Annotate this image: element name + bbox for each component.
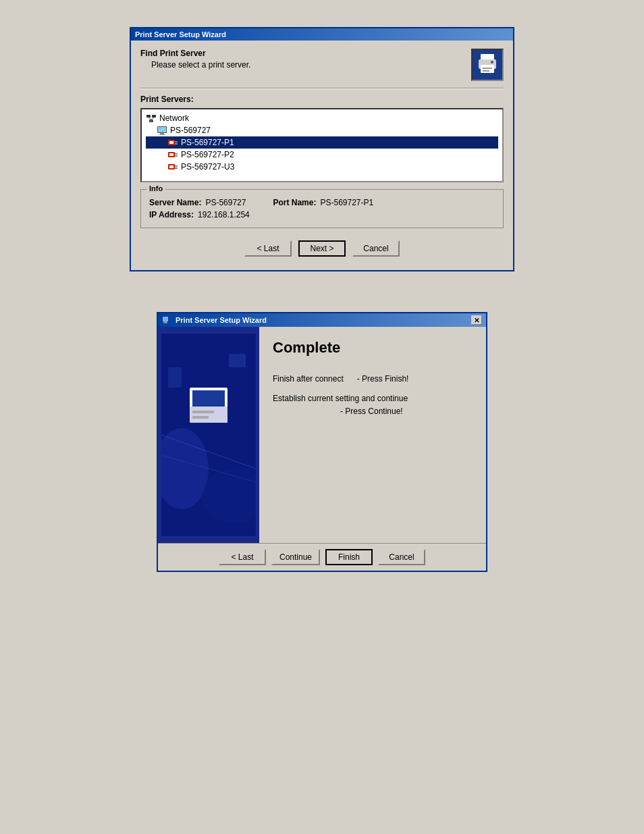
dialog2-illustration-panel (158, 327, 259, 543)
last-button[interactable]: < Last (244, 240, 292, 257)
complete-line2-text: Establish current setting and continue (273, 394, 408, 403)
svg-rect-4 (483, 70, 489, 72)
tree-port-u3-label: PS-569727-U3 (181, 162, 234, 172)
dialog2-continue-button[interactable]: Continue (271, 549, 320, 565)
info-legend: Info (146, 184, 165, 192)
print-servers-label: Print Servers: (140, 95, 504, 104)
svg-rect-12 (158, 127, 166, 132)
svg-rect-26 (175, 167, 178, 169)
cancel-button[interactable]: Cancel (352, 240, 400, 257)
dialog2-titlebar: Print Server Setup Wizard ✕ (158, 313, 486, 327)
server-name-value: PS-569727 (205, 198, 246, 207)
complete-line1: Finish after connect - Press Finish! (273, 373, 475, 386)
ip-value: 192.168.1.254 (198, 210, 250, 219)
dialog2-right-panel: Complete Finish after connect - Press Fi… (259, 327, 486, 543)
svg-rect-18 (175, 143, 178, 145)
svg-rect-8 (149, 120, 153, 122)
tree-port-p1[interactable]: PS-569727-P1 (146, 136, 498, 149)
port-name-label: Port Name: (273, 198, 316, 207)
dialog2-title-left: Print Server Setup Wizard (162, 315, 267, 325)
svg-rect-14 (159, 134, 165, 135)
svg-rect-33 (192, 390, 225, 409)
svg-rect-21 (175, 153, 178, 155)
tree-port-p1-label: PS-569727-P1 (181, 138, 234, 147)
dialog1-button-row: < Last Next > Cancel (140, 236, 504, 262)
tree-area: Network PS-569727 (140, 108, 504, 182)
header-divider (140, 88, 504, 89)
complete-line2-action: - Press Continue! (273, 407, 403, 416)
svg-rect-16 (169, 141, 173, 144)
svg-rect-36 (192, 416, 209, 419)
next-button[interactable]: Next > (298, 240, 346, 257)
server-name-label: Server Name: (149, 198, 201, 207)
complete-line1-action: - Press Finish! (357, 374, 409, 384)
tree-port-p2[interactable]: PS-569727-P2 (146, 149, 498, 161)
svg-rect-34 (190, 407, 227, 423)
computer-icon (157, 125, 167, 136)
dialog2-content: Complete Finish after connect - Press Fi… (158, 327, 486, 543)
port-p1-icon (167, 137, 178, 148)
dialog2-titlebar-icon (162, 315, 171, 325)
printer-icon (475, 53, 500, 77)
network-icon (146, 113, 157, 124)
dialog1-section-subtitle: Please select a print server. (151, 60, 250, 70)
tree-server[interactable]: PS-569727 (146, 124, 498, 136)
dialog2-last-button[interactable]: < Last (219, 549, 266, 565)
info-row2: IP Address: 192.168.1.254 (149, 210, 495, 219)
svg-line-9 (149, 118, 151, 120)
info-row1: Server Name: PS-569727 Port Name: PS-569… (149, 198, 495, 207)
svg-rect-28 (163, 317, 167, 321)
svg-rect-3 (483, 68, 492, 69)
wizard-illustration (161, 334, 256, 536)
svg-rect-24 (169, 165, 173, 168)
svg-rect-30 (163, 323, 167, 323)
tree-network-label: Network (159, 113, 189, 123)
svg-rect-22 (175, 155, 178, 157)
tree-port-u3[interactable]: PS-569727-U3 (146, 161, 498, 173)
svg-rect-29 (164, 321, 167, 323)
svg-rect-40 (229, 354, 246, 367)
port-name-value: PS-569727-P1 (320, 198, 373, 207)
dialog1-find-print-server: Print Server Setup Wizard Find Print Ser… (130, 27, 514, 271)
svg-rect-25 (175, 165, 178, 167)
complete-heading: Complete (273, 339, 475, 357)
svg-line-10 (151, 118, 154, 120)
tree-port-p2-label: PS-569727-P2 (181, 150, 234, 159)
svg-point-5 (491, 61, 493, 63)
svg-rect-35 (192, 411, 214, 413)
tree-server-label: PS-569727 (170, 126, 211, 135)
svg-rect-17 (175, 141, 178, 142)
svg-rect-7 (152, 115, 156, 118)
svg-rect-13 (160, 133, 164, 134)
complete-line2: Establish current setting and continue -… (273, 392, 475, 418)
ip-label: IP Address: (149, 210, 194, 219)
dialog2-complete: Print Server Setup Wizard ✕ (157, 312, 487, 572)
port-u3-icon (167, 161, 178, 172)
dialog2-button-row: < Last Continue Finish Cancel (158, 543, 486, 571)
dialog1-title: Print Server Setup Wizard (135, 30, 226, 38)
dialog1-section-title: Find Print Server (140, 49, 250, 58)
svg-rect-6 (146, 115, 151, 118)
dialog1-titlebar: Print Server Setup Wizard (131, 28, 513, 41)
svg-rect-20 (169, 153, 173, 156)
port-p2-icon (167, 149, 178, 160)
dialog2-cancel-button[interactable]: Cancel (378, 549, 425, 565)
info-group: Info Server Name: PS-569727 Port Name: P… (140, 189, 504, 228)
complete-line1-text: Finish after connect (273, 374, 344, 384)
dialog2-close-button[interactable]: ✕ (471, 315, 482, 325)
tree-network[interactable]: Network (146, 112, 498, 124)
svg-rect-39 (168, 367, 182, 388)
dialog2-finish-button[interactable]: Finish (325, 549, 373, 565)
printer-icon-box (471, 49, 504, 81)
dialog2-title: Print Server Setup Wizard (176, 316, 267, 324)
